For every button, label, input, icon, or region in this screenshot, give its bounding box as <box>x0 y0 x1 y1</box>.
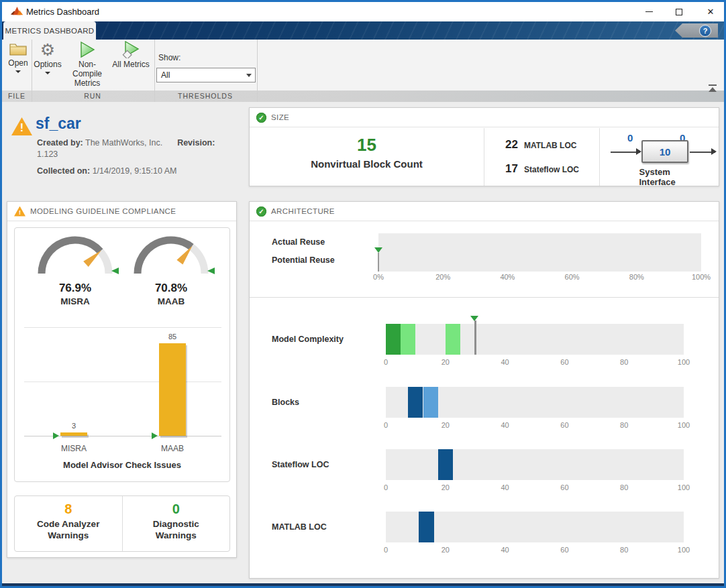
gauge-arc <box>28 232 122 278</box>
check-icon: ✓ <box>256 207 266 217</box>
axis-tick: 80 <box>609 421 639 429</box>
issues-bar-maab[interactable] <box>159 343 186 436</box>
axis-tick: 100 <box>669 483 698 491</box>
metric-label: Stateflow LOC <box>272 460 329 469</box>
chevron-down-icon <box>15 70 21 73</box>
model-metadata: Created by: The MathWorks, Inc. Revision… <box>37 137 238 177</box>
run-icon <box>79 41 96 58</box>
metric-track-matlab-loc[interactable] <box>386 512 684 542</box>
chevron-down-icon <box>45 72 50 74</box>
threshold-marker-icon <box>53 432 59 439</box>
window-bottom-edge <box>2 583 724 586</box>
maximize-button[interactable] <box>666 2 692 21</box>
check-icon: ✓ <box>256 113 266 123</box>
tab-metrics-dashboard[interactable]: METRICS DASHBOARD <box>3 21 96 40</box>
gauge-needle <box>176 246 192 265</box>
gauge-needle <box>83 251 101 268</box>
warning-value: 0 <box>123 502 230 517</box>
reuse-label: Potential Reuse <box>272 255 335 265</box>
bar-category: MAAB <box>161 444 184 453</box>
warning-icon: ! <box>11 117 32 135</box>
reuse-label: Actual Reuse <box>272 237 325 247</box>
compliance-gauge-misra[interactable]: 76.9%MISRA <box>25 232 125 306</box>
collapse-toolstrip-button[interactable] <box>708 84 717 92</box>
axis-tick: 100 <box>669 421 698 429</box>
section-label-run: RUN <box>84 92 101 100</box>
title-bar: Metrics Dashboard ✕ <box>2 2 724 21</box>
show-dropdown-value: All <box>157 70 243 80</box>
axis-tick: 80 <box>609 546 639 554</box>
bar-value: 85 <box>168 333 176 341</box>
minimize-button[interactable] <box>636 2 662 21</box>
metric-label: Blocks <box>272 398 299 407</box>
toolstrip-section-labels <box>2 91 724 102</box>
model-revision: 1.123 <box>37 149 238 160</box>
bar-category: MISRA <box>61 444 87 453</box>
axis-tick: 20 <box>431 483 460 491</box>
metric-track-stateflow-loc[interactable] <box>386 449 684 480</box>
gauge-arc <box>124 232 218 278</box>
block-count-widget[interactable]: 15 Nonvirtual Block Count <box>250 128 484 186</box>
open-button[interactable]: Open <box>5 41 32 73</box>
reuse-marker-icon <box>374 247 382 253</box>
gauge-label: MISRA <box>25 296 125 306</box>
metric-segment <box>423 387 438 418</box>
section-label-file: FILE <box>8 92 25 100</box>
axis-tick: 0 <box>371 483 401 491</box>
issues-bar-misra[interactable] <box>60 432 87 436</box>
axis-tick: 80 <box>609 358 639 366</box>
issues-chart[interactable]: 3MISRA85MAAB <box>24 322 221 456</box>
options-button[interactable]: ⚙ Options <box>33 41 62 74</box>
model-name: sf_car <box>36 115 81 133</box>
metric-segment <box>419 512 434 542</box>
metric-track-model-complexity[interactable] <box>386 324 684 355</box>
metric-segment <box>408 387 423 418</box>
axis-tick: 100% <box>686 273 716 281</box>
close-button[interactable]: ✕ <box>698 2 723 21</box>
warning-widget-1[interactable]: 0DiagnosticWarnings <box>123 496 230 551</box>
axis-tick: 0 <box>371 358 401 366</box>
axis-tick: 20% <box>428 273 458 281</box>
toolstrip-tab-band: METRICS DASHBOARD ? <box>2 21 724 40</box>
maximize-icon <box>676 9 682 15</box>
metric-label: Model Complexity <box>272 335 344 344</box>
gauge-value: 70.8% <box>121 282 221 295</box>
architecture-panel: ✓ ARCHITECTURE Actual ReusePotential Reu… <box>249 201 719 579</box>
section-divider <box>257 40 258 102</box>
folder-icon <box>9 41 28 57</box>
help-button[interactable]: ? <box>675 23 718 38</box>
gauge-label: MAAB <box>121 296 221 306</box>
minimize-icon <box>645 11 653 12</box>
compliance-gauge-maab[interactable]: 70.8%MAAB <box>121 232 221 306</box>
system-interface-widget[interactable]: 0 0 10 System Interface <box>600 128 719 186</box>
block-count-value: 15 <box>250 135 484 156</box>
metric-label: MATLAB LOC <box>272 522 327 532</box>
warnings-card: 8Code AnalyzerWarnings0DiagnosticWarning… <box>14 495 230 552</box>
loc-widget[interactable]: 22MATLAB LOC 17Stateflow LOC <box>484 128 600 186</box>
axis-tick: 20 <box>431 546 460 554</box>
arrow-icon <box>636 148 641 155</box>
threshold-marker-icon <box>111 268 119 274</box>
warning-value: 8 <box>15 502 122 517</box>
section-label-thresholds: THRESHOLDS <box>178 92 233 100</box>
warning-icon: ! <box>14 207 25 217</box>
axis-tick: 0% <box>364 273 393 281</box>
reuse-track[interactable] <box>378 233 701 272</box>
bar-value: 3 <box>72 422 76 430</box>
axis-tick: 60% <box>558 273 587 281</box>
architecture-panel-header: ✓ ARCHITECTURE <box>250 202 719 221</box>
all-metrics-button[interactable]: All Metrics <box>111 41 151 70</box>
metric-segment <box>438 449 453 480</box>
axis-tick: 40 <box>490 483 520 491</box>
axis-tick: 0 <box>371 421 401 429</box>
axis-tick: 40 <box>490 421 520 429</box>
gear-icon: ⚙ <box>40 41 55 58</box>
metric-track-blocks[interactable] <box>386 387 684 418</box>
section-divider <box>32 40 32 102</box>
warning-widget-0[interactable]: 8Code AnalyzerWarnings <box>15 496 123 551</box>
axis-tick: 80 <box>609 483 639 491</box>
non-compile-metrics-button[interactable]: Non-Compile Metrics <box>64 41 111 88</box>
metric-segment <box>401 324 415 355</box>
size-panel: ✓ SIZE 15 Nonvirtual Block Count 22MATLA… <box>249 107 719 186</box>
show-dropdown[interactable]: All <box>156 68 256 82</box>
